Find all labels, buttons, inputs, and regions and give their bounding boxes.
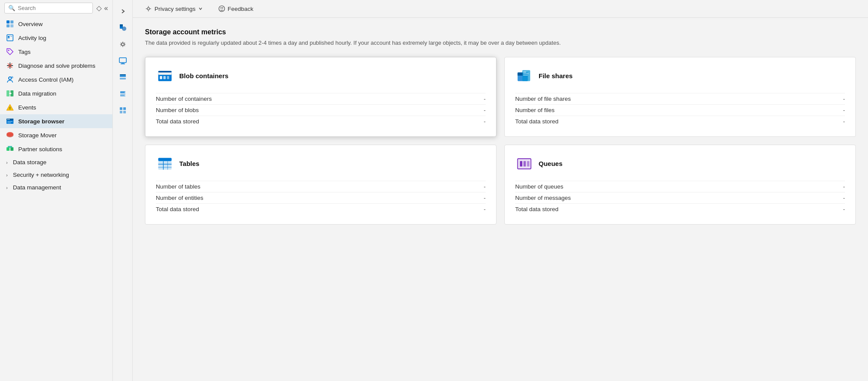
fileshare-metric-shares-label: Number of file shares bbox=[515, 96, 571, 102]
sidebar-item-tags[interactable]: Tags bbox=[0, 45, 112, 59]
fileshare-card-title: File shares bbox=[539, 72, 572, 80]
content-area: Storage account metrics The data provide… bbox=[133, 18, 868, 381]
svg-rect-77 bbox=[527, 161, 529, 166]
svg-rect-50 bbox=[123, 111, 126, 113]
sidebar-item-data-management[interactable]: › Data management bbox=[0, 181, 112, 194]
svg-point-36 bbox=[122, 43, 124, 46]
feedback-btn[interactable]: Feedback bbox=[215, 3, 257, 14]
icon-strip-bookmark[interactable] bbox=[115, 20, 131, 36]
svg-rect-40 bbox=[120, 75, 126, 77]
sidebar-item-storage-browser[interactable]: Storage browser bbox=[0, 114, 112, 128]
tables-metric-entities-value: - bbox=[484, 195, 486, 201]
main-content: Privacy settings Feedback Storage accoun… bbox=[133, 0, 868, 381]
svg-rect-0 bbox=[7, 20, 10, 23]
fileshare-metric-data-value: - bbox=[843, 118, 845, 125]
icon-strip-server[interactable] bbox=[115, 86, 131, 102]
fileshare-card-header: File shares bbox=[515, 67, 845, 85]
sidebar-item-security-networking[interactable]: › Security + networking bbox=[0, 169, 112, 181]
icon-strip-expand[interactable] bbox=[115, 3, 131, 19]
blob-metric-data-label: Total data stored bbox=[156, 118, 199, 125]
svg-text:!: ! bbox=[10, 106, 11, 110]
svg-rect-64 bbox=[523, 72, 526, 73]
queues-metric-queues: Number of queues - bbox=[515, 181, 845, 192]
privacy-settings-btn[interactable]: Privacy settings bbox=[141, 3, 206, 14]
svg-point-51 bbox=[147, 7, 149, 10]
sidebar-item-iam[interactable]: Access Control (IAM) bbox=[0, 73, 112, 86]
blob-metric-data: Total data stored - bbox=[156, 116, 486, 127]
tables-metric-entities: Number of entities - bbox=[156, 192, 486, 203]
migration-icon bbox=[6, 89, 14, 97]
svg-rect-62 bbox=[518, 72, 523, 75]
top-bar: Privacy settings Feedback bbox=[133, 0, 868, 18]
sidebar-item-diagnose[interactable]: Diagnose and solve problems bbox=[0, 59, 112, 73]
svg-point-25 bbox=[9, 119, 10, 120]
fileshare-metric-files-label: Number of files bbox=[515, 107, 555, 113]
icon-strip-database[interactable] bbox=[115, 70, 131, 85]
svg-point-24 bbox=[7, 119, 8, 120]
search-input[interactable] bbox=[18, 5, 89, 11]
partner-label: Partner solutions bbox=[18, 146, 62, 152]
svg-rect-60 bbox=[167, 76, 169, 79]
blob-metric-containers: Number of containers - bbox=[156, 93, 486, 104]
svg-rect-16 bbox=[7, 90, 10, 96]
blob-metric-blobs: Number of blobs - bbox=[156, 104, 486, 116]
tables-card-title: Tables bbox=[179, 160, 199, 167]
settings-icon[interactable]: ◇ bbox=[96, 4, 102, 12]
blob-card-header: Blob containers bbox=[156, 67, 486, 85]
queues-metric-messages-label: Number of messages bbox=[515, 195, 571, 201]
sidebar-item-data-migration[interactable]: Data migration bbox=[0, 86, 112, 100]
sidebar-item-storage-mover[interactable]: Storage Mover bbox=[0, 128, 112, 142]
fileshare-metric-files-value: - bbox=[843, 107, 845, 113]
queues-metric-data: Total data stored - bbox=[515, 203, 845, 215]
fileshare-metric-data: Total data stored - bbox=[515, 116, 845, 127]
tables-metric-tables-label: Number of tables bbox=[156, 183, 201, 190]
icon-strip-monitor[interactable] bbox=[115, 53, 131, 69]
events-icon: ! bbox=[6, 103, 14, 111]
collapse-icon[interactable]: « bbox=[104, 4, 108, 12]
queues-card-title: Queues bbox=[539, 160, 562, 167]
migration-label: Data migration bbox=[18, 90, 56, 97]
queues-card: Queues Number of queues - Number of mess… bbox=[504, 145, 856, 225]
dropdown-arrow-icon bbox=[198, 7, 203, 11]
tags-label: Tags bbox=[18, 49, 31, 55]
events-label: Events bbox=[18, 104, 36, 111]
activity-icon bbox=[6, 34, 14, 42]
storage-mover-label: Storage Mover bbox=[18, 132, 57, 139]
icon-strip bbox=[113, 0, 133, 381]
iam-icon bbox=[6, 76, 14, 83]
svg-point-14 bbox=[9, 77, 11, 80]
svg-rect-5 bbox=[8, 36, 10, 38]
fileshare-metric-shares-value: - bbox=[843, 96, 845, 102]
svg-rect-3 bbox=[10, 24, 13, 27]
svg-point-29 bbox=[7, 132, 13, 136]
tables-metric-tables-value: - bbox=[484, 183, 486, 190]
feedback-icon bbox=[218, 5, 225, 12]
queues-metric-queues-label: Number of queues bbox=[515, 183, 563, 190]
svg-rect-42 bbox=[120, 74, 126, 75]
svg-rect-37 bbox=[119, 58, 126, 63]
queues-metric-data-value: - bbox=[843, 206, 845, 212]
expand-arrow-data-mgmt: › bbox=[6, 185, 8, 190]
privacy-settings-label: Privacy settings bbox=[155, 6, 196, 12]
icon-strip-settings[interactable] bbox=[115, 36, 131, 52]
svg-rect-48 bbox=[123, 107, 126, 110]
tables-metric-data-label: Total data stored bbox=[156, 206, 199, 212]
tables-card: Tables Number of tables - Number of enti… bbox=[145, 145, 496, 225]
svg-rect-59 bbox=[163, 76, 165, 79]
sidebar-item-overview[interactable]: Overview bbox=[0, 17, 112, 31]
sidebar-item-data-storage[interactable]: › Data storage bbox=[0, 156, 112, 169]
blob-metric-blobs-label: Number of blobs bbox=[156, 107, 199, 113]
svg-rect-2 bbox=[7, 24, 10, 27]
overview-label: Overview bbox=[18, 21, 43, 27]
tags-icon bbox=[6, 48, 14, 56]
blob-metric-containers-label: Number of containers bbox=[156, 96, 212, 102]
sidebar-item-partner-solutions[interactable]: Partner solutions bbox=[0, 142, 112, 156]
blob-icon bbox=[156, 67, 174, 85]
svg-rect-34 bbox=[120, 24, 123, 27]
sidebar-item-activity-log[interactable]: Activity log bbox=[0, 31, 112, 45]
icon-strip-grid[interactable] bbox=[115, 103, 131, 118]
svg-rect-57 bbox=[158, 71, 172, 73]
svg-point-46 bbox=[125, 95, 125, 96]
sidebar-item-events[interactable]: ! Events bbox=[0, 100, 112, 114]
blob-metric-data-value: - bbox=[484, 118, 486, 125]
